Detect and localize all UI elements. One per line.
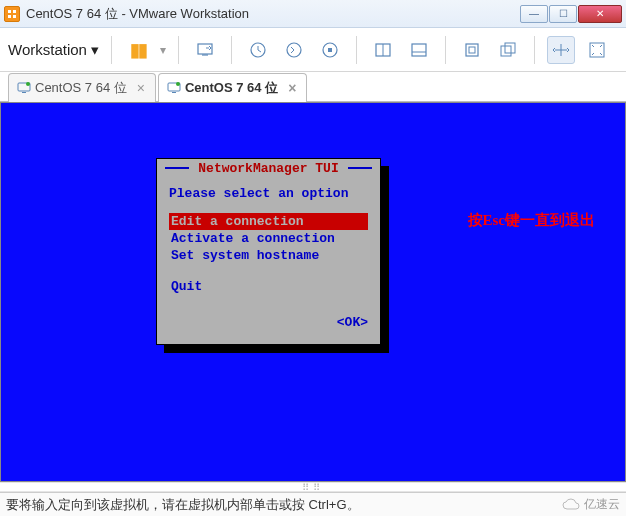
workstation-menu-label: Workstation (8, 41, 87, 58)
annotation-text: 按Esc键一直到退出 (468, 211, 596, 230)
tui-dialog: NetworkManager TUI Please select an opti… (156, 158, 381, 345)
watermark-text: 亿速云 (584, 496, 620, 513)
svg-rect-16 (505, 43, 515, 53)
svg-rect-0 (8, 10, 11, 13)
tui-item-quit[interactable]: Quit (169, 278, 368, 295)
toolbar: Workstation ▾ ▮▮ ▾ (0, 28, 626, 72)
watermark: 亿速云 (562, 496, 620, 513)
status-hint: 要将输入定向到该虚拟机，请在虚拟机内部单击或按 Ctrl+G。 (6, 496, 360, 514)
chevron-down-icon[interactable]: ▾ (160, 43, 166, 57)
vm-icon (17, 81, 31, 95)
tab-vm-inactive[interactable]: CentOS 7 64 位 × (8, 73, 156, 102)
minimize-button[interactable]: — (520, 5, 548, 23)
close-tab-icon[interactable]: × (137, 80, 145, 96)
tab-label: CentOS 7 64 位 (35, 79, 127, 97)
svg-rect-2 (8, 15, 11, 18)
svg-rect-15 (501, 46, 511, 56)
tui-item-set-hostname[interactable]: Set system hostname (169, 247, 368, 264)
send-input-icon[interactable] (191, 36, 219, 64)
snapshot-manager-icon[interactable] (316, 36, 344, 64)
view-thumbnail-icon[interactable] (405, 36, 433, 64)
maximize-button[interactable]: ☐ (549, 5, 577, 23)
vm-icon (167, 81, 181, 95)
close-tab-icon[interactable]: × (288, 80, 296, 96)
svg-rect-13 (466, 44, 478, 56)
tui-item-activate-connection[interactable]: Activate a connection (169, 230, 368, 247)
chevron-down-icon: ▾ (91, 41, 99, 59)
tab-label: CentOS 7 64 位 (185, 79, 278, 97)
unity-icon[interactable] (494, 36, 522, 64)
close-button[interactable]: ✕ (578, 5, 622, 23)
tab-vm-active[interactable]: CentOS 7 64 位 × (158, 73, 307, 102)
window-titlebar: CentOS 7 64 位 - VMware Workstation — ☐ ✕ (0, 0, 626, 28)
workstation-menu[interactable]: Workstation ▾ (8, 41, 99, 59)
status-bar: 要将输入定向到该虚拟机，请在虚拟机内部单击或按 Ctrl+G。 亿速云 (0, 492, 626, 516)
tab-bar: CentOS 7 64 位 × CentOS 7 64 位 × (0, 72, 626, 102)
resize-grip[interactable]: ⠿⠿ (0, 482, 626, 492)
tui-title: NetworkManager TUI (194, 161, 342, 176)
svg-rect-11 (412, 44, 426, 56)
window-title: CentOS 7 64 位 - VMware Workstation (26, 5, 520, 23)
snapshot-revert-icon[interactable] (280, 36, 308, 64)
vm-console[interactable]: 按Esc键一直到退出 NetworkManager TUI Please sel… (0, 102, 626, 482)
pause-button[interactable]: ▮▮ (124, 36, 152, 64)
tui-prompt: Please select an option (169, 186, 368, 201)
stretch-icon[interactable] (547, 36, 575, 64)
svg-rect-1 (13, 10, 16, 13)
svg-rect-19 (22, 92, 26, 93)
svg-rect-3 (13, 15, 16, 18)
enter-fullscreen-icon[interactable] (583, 36, 611, 64)
cloud-icon (562, 498, 580, 512)
view-single-icon[interactable] (369, 36, 397, 64)
svg-rect-14 (469, 47, 475, 53)
vmware-logo-icon (4, 6, 20, 22)
tui-item-edit-connection[interactable]: Edit a connection (169, 213, 368, 230)
svg-point-20 (26, 82, 30, 86)
svg-point-23 (176, 82, 180, 86)
grip-icon: ⠿⠿ (302, 482, 324, 493)
fullscreen-icon[interactable] (458, 36, 486, 64)
tui-ok-button[interactable]: <OK> (169, 315, 368, 330)
svg-rect-8 (328, 48, 332, 52)
snapshot-icon[interactable] (244, 36, 272, 64)
svg-rect-22 (172, 92, 176, 93)
